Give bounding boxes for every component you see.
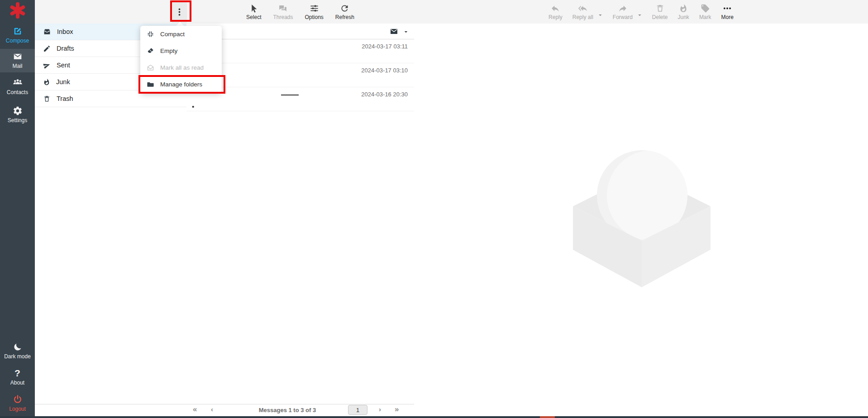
- sidebar-item-label: Settings: [8, 118, 27, 123]
- threads-button: Threads: [273, 4, 293, 20]
- sidebar-item-label: About: [10, 380, 24, 385]
- subject-bullet: •: [192, 103, 194, 110]
- envelope-open-icon: [147, 64, 154, 71]
- sidebar-item-compose[interactable]: Compose: [0, 26, 35, 43]
- trash-icon: [655, 4, 665, 13]
- first-page-button[interactable]: «: [193, 405, 197, 414]
- junk-button: Junk: [678, 4, 689, 20]
- moon-icon: [13, 342, 23, 352]
- tag-icon: [701, 4, 710, 13]
- message-date: 2024-03-17 03:10: [361, 67, 408, 74]
- inbox-icon: [43, 28, 51, 36]
- message-count-status: Messages 1 to 3 of 3: [226, 407, 348, 413]
- folder-name: Drafts: [57, 45, 74, 52]
- sidebar-item-settings[interactable]: Settings: [0, 106, 35, 123]
- menu-item-compact[interactable]: Compact: [140, 26, 222, 43]
- compose-icon: [13, 26, 23, 36]
- mail-icon: [13, 52, 23, 62]
- roundcube-logo[interactable]: [0, 2, 35, 19]
- options-button[interactable]: Options: [305, 4, 324, 20]
- gear-icon: [13, 106, 23, 116]
- sidebar-item-mail[interactable]: Mail: [0, 49, 35, 72]
- list-actions-toolbar: Select Threads Options Refresh: [186, 0, 414, 24]
- sidebar-item-label: Dark mode: [4, 354, 31, 359]
- folder-name: Junk: [56, 78, 70, 86]
- forward-dropdown-caret[interactable]: [637, 13, 642, 18]
- sidebar-item-about[interactable]: ? About: [0, 368, 35, 385]
- sidebar-item-label: Contacts: [7, 90, 28, 95]
- menu-item-label: Manage folders: [160, 81, 202, 88]
- menu-item-manage-folders[interactable]: Manage folders: [140, 76, 222, 93]
- flame-icon: [679, 4, 688, 13]
- reply-button-label: Reply: [548, 14, 563, 20]
- select-button-label: Select: [246, 14, 261, 20]
- nav-sidebar: Compose Mail Contacts Settings Dark mode…: [0, 0, 35, 416]
- previous-page-button[interactable]: ‹: [211, 405, 213, 413]
- flame-icon: [43, 78, 50, 86]
- reply-button: Reply: [548, 4, 563, 20]
- power-icon: [13, 394, 23, 404]
- last-page-button[interactable]: »: [395, 405, 399, 414]
- reply-all-dropdown-caret[interactable]: [598, 13, 603, 18]
- reply-all-button-label: Reply all: [572, 14, 593, 20]
- reply-icon: [550, 4, 560, 13]
- sidebar-item-label: Compose: [6, 38, 29, 43]
- menu-item-label: Compact: [160, 31, 185, 38]
- kebab-menu-icon: [175, 7, 184, 17]
- refresh-button[interactable]: Refresh: [335, 4, 354, 20]
- sidebar-item-dark-mode[interactable]: Dark mode: [0, 342, 35, 359]
- sidebar-item-contacts[interactable]: Contacts: [0, 78, 35, 95]
- paper-plane-icon: [43, 62, 51, 69]
- reply-all-button: Reply all: [572, 4, 593, 20]
- folder-name: Trash: [57, 95, 73, 102]
- sidebar-item-label: Logout: [9, 406, 26, 412]
- menu-item-empty[interactable]: Empty: [140, 43, 222, 59]
- bottom-edge-accent: [540, 416, 555, 418]
- folder-icon: [147, 81, 154, 88]
- sidebar-item-label: Mail: [12, 63, 22, 69]
- more-button[interactable]: More: [721, 4, 734, 20]
- delete-button-label: Delete: [652, 14, 668, 20]
- folder-name: Sent: [57, 62, 70, 69]
- bottom-edge-strip: [0, 416, 868, 418]
- refresh-button-label: Refresh: [335, 14, 354, 20]
- menu-item-mark-all-read: Mark all as read: [140, 59, 222, 76]
- sidebar-item-logout[interactable]: Logout: [0, 394, 35, 412]
- mark-button-label: Mark: [699, 14, 711, 20]
- forward-button: Forward: [613, 4, 633, 20]
- eraser-icon: [147, 47, 154, 55]
- delete-button: Delete: [652, 4, 668, 20]
- select-button[interactable]: Select: [246, 4, 261, 20]
- ellipsis-icon: [722, 4, 732, 13]
- forward-button-label: Forward: [613, 14, 633, 20]
- people-icon: [12, 78, 23, 88]
- message-date: 2024-03-17 03:11: [362, 43, 408, 50]
- message-actions-toolbar: Reply Reply all Forward Delete Junk Mark…: [414, 0, 868, 24]
- pencil-icon: [43, 45, 51, 52]
- cursor-icon: [249, 4, 258, 13]
- forward-icon: [618, 4, 628, 13]
- menu-item-label: Mark all as read: [160, 64, 204, 71]
- watermark-cube-logo: [569, 149, 714, 290]
- empty-subject-dash: [281, 95, 299, 95]
- folder-name: Inbox: [57, 28, 73, 35]
- question-icon: ?: [14, 368, 20, 378]
- compress-icon: [147, 30, 154, 38]
- page-number-input[interactable]: 1: [348, 405, 367, 415]
- more-button-label: More: [721, 14, 734, 20]
- trash-icon: [43, 95, 51, 103]
- refresh-icon: [340, 4, 349, 13]
- reply-all-icon: [577, 4, 588, 13]
- options-button-label: Options: [305, 14, 324, 20]
- sliders-icon: [310, 4, 319, 13]
- mark-button: Mark: [699, 4, 711, 20]
- folder-actions-button[interactable]: [172, 0, 187, 23]
- threads-button-label: Threads: [273, 14, 293, 20]
- menu-item-label: Empty: [160, 48, 177, 54]
- folder-actions-menu: Compact Empty Mark all as read Manage fo…: [140, 26, 222, 93]
- threads-icon: [278, 4, 288, 13]
- next-page-button[interactable]: ›: [379, 405, 381, 413]
- junk-button-label: Junk: [678, 14, 689, 20]
- asterisk-logo-icon: [9, 2, 26, 19]
- folder-item-trash[interactable]: Trash: [35, 90, 186, 107]
